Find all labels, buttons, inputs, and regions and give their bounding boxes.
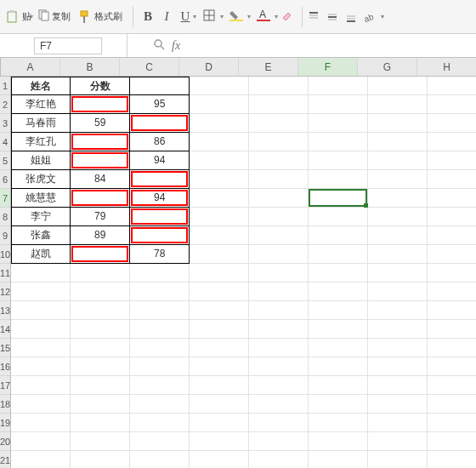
row-header[interactable]: 5 (0, 151, 10, 170)
cell[interactable] (130, 77, 190, 95)
cell[interactable] (428, 189, 476, 208)
cell[interactable] (428, 226, 476, 245)
cell[interactable] (190, 189, 249, 208)
row-header[interactable]: 19 (0, 414, 10, 432)
cell[interactable] (190, 283, 249, 301)
cell[interactable] (130, 283, 190, 301)
cell[interactable] (309, 414, 368, 432)
cell[interactable]: 84 (71, 170, 130, 189)
row-header[interactable]: 1 (0, 77, 10, 95)
row-header[interactable]: 2 (0, 95, 10, 114)
cell[interactable] (11, 264, 71, 283)
cell[interactable] (249, 95, 309, 114)
column-header[interactable]: E (239, 58, 298, 76)
cell[interactable] (309, 151, 368, 170)
name-box[interactable]: F7 (34, 37, 102, 54)
cell[interactable] (368, 301, 428, 320)
row-header[interactable]: 12 (0, 283, 10, 301)
cell[interactable] (71, 264, 130, 283)
cell[interactable] (368, 357, 428, 376)
formula-input[interactable] (184, 37, 405, 54)
cell[interactable] (368, 133, 428, 151)
cell[interactable] (11, 432, 71, 451)
cell[interactable]: 姓名 (11, 77, 71, 95)
row-header[interactable]: 18 (0, 395, 10, 414)
cell[interactable] (368, 432, 428, 451)
column-header[interactable]: C (120, 58, 179, 76)
cell[interactable] (309, 432, 368, 451)
cell[interactable]: 95 (130, 95, 190, 114)
cell[interactable] (190, 133, 249, 151)
row-header[interactable]: 14 (0, 320, 10, 339)
cell[interactable] (190, 264, 249, 283)
copy-button[interactable]: 复制 (38, 9, 71, 24)
cell[interactable] (309, 339, 368, 357)
orientation-button[interactable]: ab (364, 11, 382, 23)
cell[interactable] (130, 432, 190, 451)
cell[interactable]: 86 (130, 133, 190, 151)
row-header[interactable]: 17 (0, 376, 10, 395)
cell[interactable] (428, 451, 476, 468)
cell[interactable] (249, 189, 309, 208)
cell[interactable]: 李红孔 (11, 133, 71, 151)
cell[interactable] (130, 376, 190, 395)
cell[interactable]: 94 (130, 189, 190, 208)
cell[interactable] (130, 357, 190, 376)
cell[interactable] (71, 432, 130, 451)
row-header[interactable]: 11 (0, 264, 10, 283)
cell[interactable] (71, 451, 130, 468)
bold-button[interactable]: B (139, 9, 157, 24)
cell[interactable] (71, 301, 130, 320)
cell[interactable] (190, 414, 249, 432)
cell[interactable] (309, 301, 368, 320)
cell[interactable] (130, 264, 190, 283)
cell[interactable] (428, 245, 476, 264)
cell[interactable] (249, 77, 309, 95)
row-header[interactable]: 10 (0, 245, 10, 264)
cell[interactable] (368, 245, 428, 264)
cell[interactable] (190, 208, 249, 226)
cell[interactable] (309, 170, 368, 189)
cell[interactable] (428, 320, 476, 339)
cell[interactable] (130, 170, 190, 189)
row-header[interactable]: 3 (0, 114, 10, 133)
cell[interactable] (11, 357, 71, 376)
cell[interactable]: 张虎文 (11, 170, 71, 189)
clear-formatting-button[interactable] (278, 9, 297, 25)
row-header[interactable]: 8 (0, 208, 10, 226)
cell[interactable] (190, 432, 249, 451)
cell[interactable] (368, 226, 428, 245)
cell[interactable] (71, 414, 130, 432)
cell[interactable]: 分数 (71, 77, 130, 95)
row-header[interactable]: 7 (0, 189, 10, 208)
cell[interactable] (428, 432, 476, 451)
column-header[interactable]: D (179, 58, 239, 76)
cell[interactable] (130, 208, 190, 226)
cell[interactable] (368, 189, 428, 208)
cell[interactable] (71, 395, 130, 414)
row-header[interactable]: 9 (0, 226, 10, 245)
cell[interactable] (190, 226, 249, 245)
cell[interactable] (130, 114, 190, 133)
column-header[interactable]: G (358, 58, 417, 76)
cell[interactable] (428, 170, 476, 189)
cell[interactable] (130, 395, 190, 414)
cell[interactable] (309, 264, 368, 283)
cell[interactable] (428, 77, 476, 95)
underline-button[interactable]: U (176, 9, 195, 24)
row-header[interactable]: 4 (0, 133, 10, 151)
format-painter-button[interactable]: 格式刷 (76, 9, 122, 26)
cell[interactable] (249, 283, 309, 301)
cell[interactable] (428, 114, 476, 133)
cell[interactable] (309, 95, 368, 114)
cell[interactable] (249, 357, 309, 376)
cell[interactable] (368, 170, 428, 189)
cell[interactable] (309, 283, 368, 301)
cell[interactable] (309, 208, 368, 226)
row-header[interactable]: 20 (0, 432, 10, 451)
cell[interactable] (190, 451, 249, 468)
cell[interactable] (368, 451, 428, 468)
cell[interactable] (309, 395, 368, 414)
cell[interactable]: 59 (71, 114, 130, 133)
cell[interactable] (309, 77, 368, 95)
